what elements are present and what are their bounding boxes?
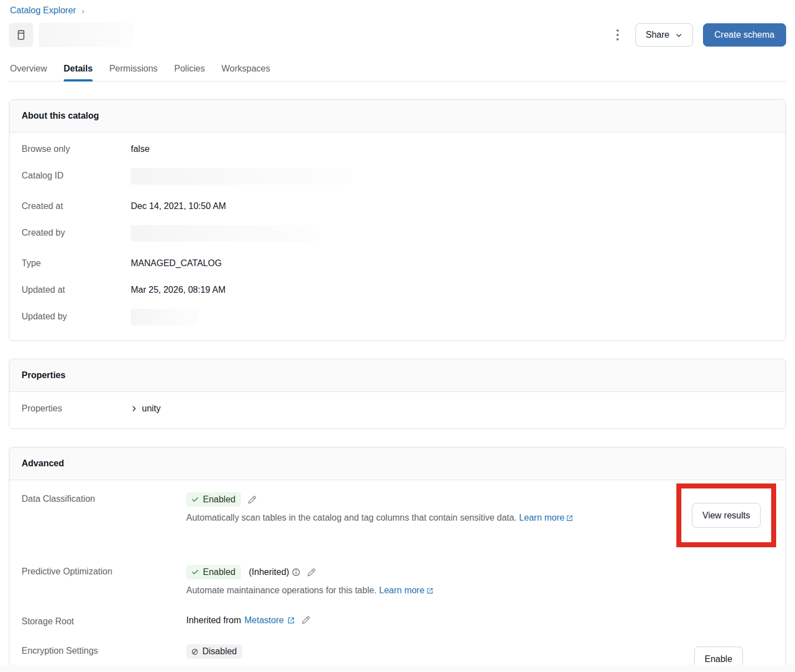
redacted-value [131, 225, 319, 242]
redacted-value [131, 309, 198, 325]
predictive-optimization-content: Enabled (Inherited) Automate maintainanc… [186, 565, 773, 597]
storage-root-value: Inherited from [186, 615, 241, 625]
advanced-card-title: Advanced [22, 459, 773, 469]
edit-predictive-optimization-button[interactable] [306, 567, 317, 578]
about-card: About this catalog Browse only false Cat… [9, 99, 786, 341]
properties-expander-label: unity [142, 404, 161, 414]
catalog-icon [9, 23, 33, 47]
row-label: Data Classification [22, 492, 186, 504]
row-label: Type [22, 258, 131, 268]
external-link-icon [566, 515, 573, 522]
status-badge-enabled: Enabled [186, 565, 241, 579]
advanced-card: Advanced Data Classification Enabled [9, 447, 786, 672]
predictive-optimization-description: Automate maintainance operations for thi… [186, 584, 773, 597]
edit-storage-root-button[interactable] [300, 615, 311, 625]
about-row-updated-at: Updated at Mar 25, 2026, 08:19 AM [22, 277, 773, 303]
external-link-icon [287, 617, 295, 624]
breadcrumb-link-catalog-explorer[interactable]: Catalog Explorer [10, 6, 76, 16]
row-label: Properties [22, 404, 131, 414]
row-label: Browse only [22, 144, 131, 154]
about-card-title: About this catalog [22, 111, 773, 121]
data-classification-description: Automatically scan tables in the catalog… [186, 511, 667, 525]
row-label: Encryption Settings [22, 644, 186, 656]
page-header: Share Create schema [9, 23, 786, 47]
catalog-name-redacted [39, 23, 134, 47]
kebab-menu-button[interactable] [610, 26, 625, 44]
advanced-card-body: Data Classification Enabled Automaticall… [9, 480, 786, 672]
row-label: Updated at [22, 285, 131, 295]
advanced-card-header: Advanced [9, 447, 786, 480]
about-card-body: Browse only false Catalog ID Created at … [9, 133, 786, 340]
properties-card-body: Properties unity [9, 392, 786, 429]
external-link-icon [426, 587, 434, 594]
breadcrumb-chevron-icon: › [81, 6, 84, 16]
row-label: Created by [22, 228, 131, 238]
learn-more-link[interactable]: Learn more [379, 586, 425, 595]
row-value: false [131, 144, 150, 154]
status-badge-enabled: Enabled [186, 492, 241, 507]
chevron-down-icon [675, 32, 682, 39]
tab-policies[interactable]: Policies [174, 60, 205, 81]
about-row-catalog-id: Catalog ID [22, 162, 773, 193]
breadcrumb: Catalog Explorer › [9, 6, 786, 16]
about-row-browse-only: Browse only false [22, 136, 773, 162]
edit-data-classification-button[interactable] [247, 495, 257, 505]
header-actions: Share Create schema [610, 23, 786, 47]
status-badge-disabled: Disabled [186, 644, 242, 659]
properties-row: Properties unity [22, 395, 773, 422]
tab-bar: Overview Details Permissions Policies Wo… [9, 60, 786, 82]
row-label: Created at [22, 201, 131, 211]
properties-card: Properties Properties unity [9, 359, 786, 429]
row-value: Mar 25, 2026, 08:19 AM [131, 285, 226, 295]
properties-card-header: Properties [9, 359, 786, 392]
info-icon[interactable] [292, 568, 300, 577]
tab-permissions[interactable]: Permissions [109, 60, 157, 81]
about-card-header: About this catalog [9, 100, 786, 133]
catalog-details-page: Catalog Explorer › Share Create schema O… [0, 0, 795, 672]
row-label: Predictive Optimization [22, 565, 186, 577]
highlight-annotation-box: View results [676, 483, 776, 547]
about-row-created-by: Created by [22, 220, 773, 250]
page-bottom-strip [0, 665, 795, 672]
row-label: Updated by [22, 312, 131, 322]
pencil-icon [247, 495, 257, 505]
view-results-button[interactable]: View results [692, 503, 761, 528]
about-row-created-at: Created at Dec 14, 2021, 10:50 AM [22, 193, 773, 220]
create-schema-button[interactable]: Create schema [703, 23, 787, 47]
learn-more-link[interactable]: Learn more [519, 513, 564, 522]
chevron-right-icon [131, 405, 137, 412]
properties-expander[interactable]: unity [131, 404, 161, 414]
inherited-label: (Inherited) [249, 567, 289, 577]
row-value: MANAGED_CATALOG [131, 258, 222, 268]
about-row-type: Type MANAGED_CATALOG [22, 250, 773, 277]
properties-card-title: Properties [22, 370, 773, 380]
pencil-icon [306, 567, 317, 578]
tab-workspaces[interactable]: Workspaces [221, 60, 270, 81]
storage-root-row: Storage Root Inherited from Metastore [22, 606, 773, 635]
tab-details[interactable]: Details [64, 60, 93, 81]
tab-overview[interactable]: Overview [10, 60, 47, 81]
share-button-label: Share [646, 30, 670, 40]
data-classification-content: Enabled Automatically scan tables in the… [186, 492, 667, 525]
row-value: Dec 14, 2021, 10:50 AM [131, 201, 226, 211]
check-icon [191, 496, 199, 503]
data-classification-row: Data Classification Enabled Automaticall… [22, 483, 773, 556]
metastore-link[interactable]: Metastore [244, 615, 284, 625]
row-label: Storage Root [22, 615, 186, 627]
predictive-optimization-row: Predictive Optimization Enabled (Inherit… [22, 556, 773, 606]
about-row-updated-by: Updated by [22, 303, 773, 334]
pencil-icon [300, 615, 311, 625]
redacted-value [131, 168, 353, 185]
share-button[interactable]: Share [635, 23, 693, 47]
row-label: Catalog ID [22, 171, 131, 181]
storage-root-content: Inherited from Metastore [186, 615, 773, 625]
check-icon [191, 568, 199, 576]
slash-circle-icon [191, 648, 198, 655]
data-classification-action-slot: View results [676, 492, 773, 547]
